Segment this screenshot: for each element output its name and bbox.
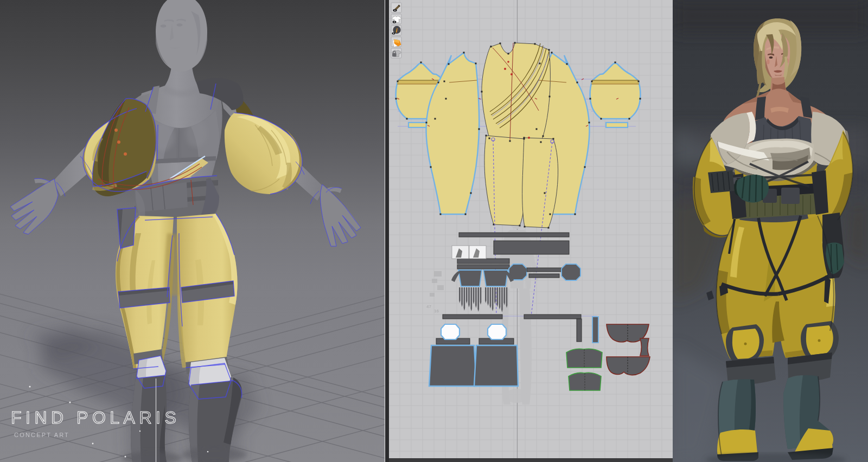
svg-text:47: 47 — [426, 304, 431, 309]
svg-text:FIND POLARIS: FIND POLARIS — [11, 408, 180, 427]
svg-text:16: 16 — [434, 309, 439, 313]
svg-text:CONCEPT ART: CONCEPT ART — [14, 432, 69, 438]
